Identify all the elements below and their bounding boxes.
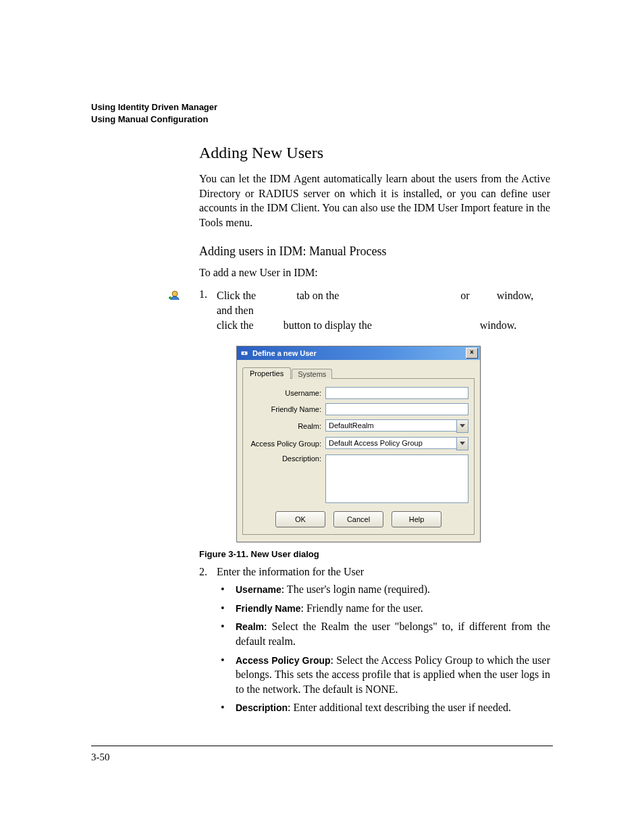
close-icon[interactable]: × <box>466 348 478 359</box>
section-title: Adding New Users <box>199 144 550 162</box>
help-button[interactable]: Help <box>392 511 441 527</box>
step-2-text: Enter the information for the User <box>217 566 364 578</box>
page-number: 3-50 <box>91 752 110 763</box>
lead-sentence: To add a new User in IDM: <box>199 267 550 279</box>
ok-button[interactable]: OK <box>275 511 325 527</box>
cancel-button[interactable]: Cancel <box>333 511 383 527</box>
step-1-number: 1. <box>199 288 217 301</box>
define-new-user-dialog: Define a new User × Properties Systems U… <box>236 346 481 542</box>
figure-new-user-dialog: Define a new User × Properties Systems U… <box>236 346 550 542</box>
dialog-tabs: Properties Systems <box>242 365 475 379</box>
bullet-username: Username: The user's login name (require… <box>217 582 550 597</box>
sub-heading: Adding users in IDM: Manual Process <box>199 244 550 259</box>
tab-systems[interactable]: Systems <box>292 369 332 379</box>
svg-rect-2 <box>169 296 171 299</box>
friendly-name-field[interactable] <box>325 403 468 415</box>
label-realm: Realm: <box>248 422 325 430</box>
tab-properties[interactable]: Properties <box>242 367 291 379</box>
description-field[interactable] <box>325 454 468 503</box>
dialog-icon <box>240 349 248 357</box>
step-1-text: Click thetab on theorwindow, and then cl… <box>217 288 550 332</box>
access-policy-group-combo[interactable]: Default Access Policy Group <box>325 437 468 450</box>
add-user-icon <box>169 290 181 302</box>
page-header: Using Identity Driven Manager Using Manu… <box>91 101 553 125</box>
bullet-description: Description: Enter additional text descr… <box>217 700 550 715</box>
header-line-1: Using Identity Driven Manager <box>91 101 553 113</box>
header-line-2: Using Manual Configuration <box>91 113 553 126</box>
label-username: Username: <box>248 389 325 397</box>
label-friendly-name: Friendly Name: <box>248 405 325 413</box>
chevron-down-icon[interactable] <box>456 437 468 450</box>
realm-value: DefaultRealm <box>325 419 456 432</box>
chevron-down-icon[interactable] <box>456 419 468 433</box>
svg-point-0 <box>172 291 178 296</box>
bullet-realm: Realm: Select the Realm the user "belong… <box>217 619 550 648</box>
username-field[interactable] <box>325 387 468 399</box>
step-2-number: 2. <box>199 566 217 578</box>
svg-point-4 <box>244 353 246 355</box>
label-description: Description: <box>248 454 325 463</box>
realm-combo[interactable]: DefaultRealm <box>325 419 468 433</box>
dialog-titlebar[interactable]: Define a new User × <box>237 346 480 360</box>
step-2: 2. Enter the information for the User <box>199 566 550 578</box>
footer-rule <box>91 746 553 746</box>
bullet-friendly-name: Friendly Name: Friendly name for the use… <box>217 601 550 616</box>
intro-paragraph: You can let the IDM Agent automatically … <box>199 172 550 230</box>
field-bullet-list: Username: The user's login name (require… <box>217 582 550 715</box>
dialog-title: Define a new User <box>252 349 466 357</box>
step-1: 1. Click thetab on theorwindow, and then… <box>169 288 550 332</box>
figure-caption: Figure 3-11. New User dialog <box>199 549 550 559</box>
bullet-access-policy-group: Access Policy Group: Select the Access P… <box>217 653 550 697</box>
apg-value: Default Access Policy Group <box>325 437 456 449</box>
label-access-policy-group: Access Policy Group: <box>248 440 325 448</box>
